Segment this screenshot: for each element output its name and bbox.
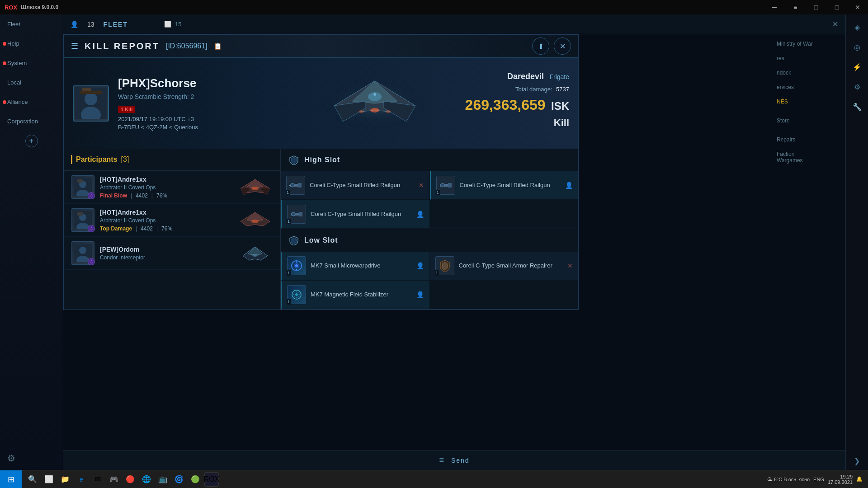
send-bar: ≡ Send [63, 450, 845, 470]
kr-copy-icon[interactable]: 📋 [214, 42, 222, 50]
kr-header: ☰ KILL REPORT [ID:6056961] 📋 ⬆ ✕ [64, 35, 578, 58]
taskbar-app4-icon[interactable]: 📺 [156, 472, 170, 487]
side-label-services: ervices [773, 82, 845, 92]
high-slot-item-1: 1 Coreli C-Type Small Rifled Railgun ✕ [281, 171, 429, 200]
taskbar-taskview-icon[interactable]: ⬜ [42, 472, 56, 487]
weather-icon: 🌤 [767, 477, 772, 482]
taskbar-notification-icon[interactable]: 🔔 [856, 476, 863, 482]
svg-rect-34 [299, 212, 302, 216]
titlebar-minimize-button[interactable]: ─ [764, 0, 785, 14]
item-person-2[interactable]: 👤 [565, 182, 573, 189]
clock-date: 17.09.2021 [828, 479, 853, 485]
taskbar-app5-icon[interactable]: 🌀 [172, 472, 186, 487]
taskbar-right: 🌤 6°C В осн. ясно ENG 19:29 17.09.2021 🔔 [762, 474, 868, 485]
railgun-icon-2: 1 [436, 176, 455, 195]
sidebar-add-button[interactable]: + [25, 135, 38, 147]
send-menu-icon[interactable]: ≡ [439, 455, 444, 465]
taskbar-rox-icon[interactable]: ROX [204, 472, 219, 487]
taskbar-app3-icon[interactable]: 🌐 [139, 472, 154, 487]
right-sidebar-icon-4[interactable]: ⚙ [848, 78, 866, 96]
corp-badge-1: ⬡ [88, 192, 95, 199]
titlebar-settings-button[interactable]: ≡ [785, 0, 806, 14]
svg-point-11 [373, 93, 376, 96]
high-slot-items: 1 Coreli C-Type Small Rifled Railgun ✕ [281, 171, 578, 229]
svg-rect-31 [448, 183, 452, 188]
left-sidebar: Fleet Help System Local Alliance Corpora… [0, 14, 63, 470]
participant-row: ⬡ [PEW]Ordom Condor Interceptor [64, 237, 280, 270]
side-label-res: res [773, 53, 845, 63]
taskbar-app2-icon[interactable]: 🔴 [123, 472, 137, 487]
item-person-mag[interactable]: 👤 [416, 291, 424, 298]
right-sidebar-icon-2[interactable]: ◎ [848, 38, 866, 56]
side-label-nes: NES [773, 92, 845, 111]
armor-rep-icon: 1 [435, 256, 454, 275]
participant-ship-img-2 [237, 209, 273, 231]
participant-pct-2: 76% [161, 225, 172, 232]
taskbar-edge-icon[interactable]: e [74, 472, 89, 487]
sidebar-label-fleet: Fleet [7, 21, 20, 28]
kr-menu-icon[interactable]: ☰ [71, 41, 78, 51]
sidebar-item-system[interactable]: System [0, 53, 63, 73]
low-slot-item-3: 1 MK7 Magnetic Field Stabilizer 👤 [281, 281, 429, 309]
weather-text: 6°C В осн. ясно [774, 477, 810, 482]
sidebar-gear-icon[interactable]: ⚙ [0, 446, 63, 470]
high-slot-section: High Slot 1 [281, 149, 578, 229]
kr-ship-info: Daredevil Frigate Total damage: 5737 269… [465, 72, 569, 129]
participant-info-3: [PEW]Ordom Condor Interceptor [100, 246, 231, 261]
participant-name-1: [HOT]Andre1xx [100, 176, 231, 183]
high-slot-header: High Slot [281, 149, 578, 171]
kr-export-button[interactable]: ⬆ [532, 38, 549, 55]
taskbar-icons: 🔍 ⬜ 📁 e ✉ 🎮 🔴 🌐 📺 🌀 🟢 ROX [22, 472, 762, 487]
sidebar-item-fleet[interactable]: Fleet [0, 14, 63, 34]
svg-point-1 [85, 93, 97, 105]
participant-ship-1: Arbitrator II Covert Ops [100, 184, 231, 191]
sidebar-label-system: System [7, 60, 27, 66]
low-slot-header: Low Slot [281, 229, 578, 252]
fleet-count: 13 [87, 21, 94, 28]
right-sidebar-icon-5[interactable]: 🔧 [848, 98, 866, 116]
sidebar-item-help[interactable]: Help [0, 34, 63, 53]
kill-ship-image [298, 63, 452, 144]
item-person-mwd[interactable]: 👤 [416, 262, 424, 269]
svg-point-21 [251, 220, 259, 223]
right-sidebar-icon-3[interactable]: ⚡ [848, 58, 866, 76]
taskbar-lang[interactable]: ENG [813, 477, 824, 482]
titlebar-maximize-button[interactable]: □ [826, 0, 847, 14]
participants-count: [3] [121, 155, 129, 164]
taskbar-app6-icon[interactable]: 🟢 [188, 472, 203, 487]
high-slot-icon [288, 154, 300, 166]
equipment-panel: High Slot 1 [281, 149, 578, 310]
side-labels: Ministry of War res ndock ervices NES St… [773, 34, 845, 170]
titlebar-close-button[interactable]: ✕ [847, 0, 868, 14]
svg-rect-29 [289, 185, 291, 186]
participant-avatar-2: ⬡ [71, 208, 94, 232]
participant-ship-2: Arbitrator II Covert Ops [100, 217, 231, 224]
item-remove-1[interactable]: ✕ [419, 182, 424, 189]
sidebar-item-corporation[interactable]: Corporation [0, 112, 63, 131]
low-slot-item-1: 1 MK7 Small Microwarpdrive 👤 [281, 252, 429, 280]
sidebar-dot-alliance [3, 100, 6, 104]
participant-stats-2: Top Damage | 4402 | 76% [100, 225, 231, 232]
titlebar-restore-button[interactable]: □ [806, 0, 826, 14]
svg-point-8 [359, 110, 364, 113]
item-person-3[interactable]: 👤 [416, 211, 424, 218]
right-sidebar: ◈ ◎ ⚡ ⚙ 🔧 ❯ [845, 14, 868, 470]
taskbar-explorer-icon[interactable]: 📁 [58, 472, 72, 487]
railgun-name-2: Coreli C-Type Small Rifled Railgun [460, 182, 550, 189]
kr-close-button[interactable]: ✕ [554, 38, 571, 55]
item-remove-armor[interactable]: ✕ [567, 262, 573, 269]
taskbar-start-button[interactable]: ⊞ [0, 470, 22, 488]
taskbar-search-icon[interactable]: 🔍 [25, 472, 40, 487]
right-sidebar-icon-bottom[interactable]: ❯ [848, 452, 866, 470]
sidebar-item-alliance[interactable]: Alliance [0, 92, 63, 112]
sidebar-label-alliance: Alliance [7, 99, 28, 105]
armor-rep-name: Coreli C-Type Small Armor Repairer [459, 262, 552, 270]
fleet-label: FLEET [104, 21, 128, 28]
taskbar-mail-icon[interactable]: ✉ [90, 472, 105, 487]
sidebar-item-local[interactable]: Local [0, 73, 63, 92]
clock-time: 19:29 [828, 474, 853, 479]
taskbar-app1-icon[interactable]: 🎮 [107, 472, 121, 487]
right-sidebar-icon-1[interactable]: ◈ [848, 18, 866, 36]
send-label[interactable]: Send [451, 457, 470, 464]
topbar-close-button[interactable]: ✕ [832, 20, 838, 28]
